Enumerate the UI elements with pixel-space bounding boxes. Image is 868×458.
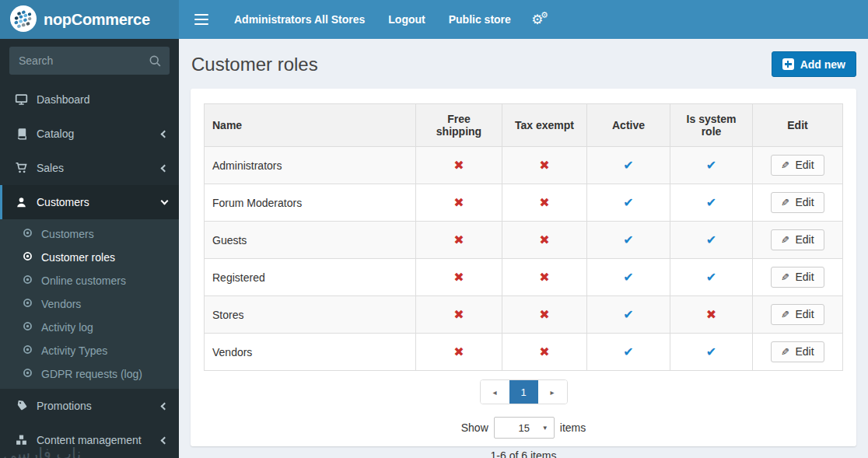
- submenu-item-gdpr-requests-log-[interactable]: GDPR requests (log): [0, 362, 179, 386]
- page-size-select[interactable]: 15 ▼: [494, 417, 555, 439]
- pencil-icon: ✎: [781, 309, 789, 320]
- brand-logo[interactable]: nopCommerce: [0, 0, 179, 39]
- check-icon: ✔: [623, 345, 633, 358]
- nav-link-logout[interactable]: Logout: [376, 0, 436, 39]
- edit-button-label: Edit: [795, 271, 814, 283]
- tax-exempt-cell: ✖: [502, 296, 587, 334]
- tax-exempt-cell: ✖: [502, 184, 587, 222]
- edit-button[interactable]: ✎Edit: [771, 267, 824, 288]
- dot-circle-icon: [23, 344, 33, 357]
- show-label: Show: [461, 421, 488, 434]
- cross-icon: ✖: [539, 196, 549, 209]
- sidebar-item-label: Sales: [37, 162, 154, 174]
- submenu-item-activity-log[interactable]: Activity log: [0, 316, 179, 339]
- check-icon: ✔: [623, 233, 633, 246]
- submenu-item-vendors[interactable]: Vendors: [0, 292, 179, 316]
- sidebar-item-promotions[interactable]: Promotions: [0, 389, 179, 423]
- edit-button[interactable]: ✎Edit: [771, 229, 824, 250]
- add-new-button[interactable]: Add new: [772, 51, 856, 77]
- check-icon: ✔: [623, 271, 633, 284]
- sidebar-item-dashboard[interactable]: Dashboard: [0, 82, 179, 117]
- edit-button-label: Edit: [795, 345, 814, 358]
- column-header-active: Active: [587, 104, 670, 147]
- check-icon: ✔: [706, 271, 716, 284]
- sidebar-item-content-management[interactable]: Content management: [0, 423, 179, 457]
- edit-button[interactable]: ✎Edit: [771, 341, 824, 362]
- promotions-icon: [14, 400, 29, 412]
- pager-current-page[interactable]: 1: [509, 380, 538, 404]
- active-cell: ✔: [587, 147, 670, 184]
- cross-icon: ✖: [539, 159, 549, 172]
- chevron-left-icon: [161, 402, 169, 410]
- main-content: Customer roles Add new NameFree shipping…: [179, 39, 868, 458]
- settings-gears-icon[interactable]: ⚙⚙: [524, 0, 551, 39]
- column-header-tax-exempt: Tax exempt: [502, 104, 587, 147]
- sidebar-item-customers[interactable]: Customers: [0, 185, 179, 219]
- check-icon: ✔: [706, 159, 716, 172]
- left-triangle-icon: ◂: [492, 388, 496, 397]
- submenu-item-label: Activity log: [41, 321, 93, 334]
- is-system-role-cell: ✔: [670, 259, 753, 296]
- customers-icon: [14, 197, 29, 208]
- sidebar-toggle-hamburger-icon[interactable]: [179, 0, 222, 39]
- edit-cell: ✎Edit: [753, 334, 843, 371]
- table-row: Vendors✖✖✔✔✎Edit: [205, 334, 843, 371]
- dot-circle-icon: [23, 274, 33, 287]
- cross-icon: ✖: [453, 159, 464, 172]
- edit-button-label: Edit: [795, 308, 814, 320]
- items-summary: 1-6 of 6 items: [491, 449, 557, 458]
- free-shipping-cell: ✖: [416, 147, 502, 184]
- nopcommerce-logo-icon: [10, 5, 37, 34]
- check-icon: ✔: [706, 345, 716, 358]
- submenu-item-label: Customer roles: [41, 251, 115, 264]
- pencil-icon: ✎: [781, 159, 789, 171]
- search-input[interactable]: [19, 54, 149, 67]
- active-cell: ✔: [587, 184, 670, 222]
- tax-exempt-cell: ✖: [502, 259, 587, 296]
- content-icon: [14, 434, 29, 446]
- column-header-is-system-role: Is system role: [670, 104, 753, 147]
- edit-button[interactable]: ✎Edit: [771, 304, 824, 325]
- submenu-item-online-customers[interactable]: Online customers: [0, 269, 179, 292]
- sidebar-item-catalog[interactable]: Catalog: [0, 117, 179, 151]
- edit-button[interactable]: ✎Edit: [771, 155, 824, 176]
- nav-link-public-store[interactable]: Public store: [437, 0, 523, 39]
- edit-button[interactable]: ✎Edit: [771, 192, 824, 213]
- submenu-item-customer-roles[interactable]: Customer roles: [0, 246, 179, 269]
- customers-submenu: CustomersCustomer rolesOnline customersV…: [0, 219, 179, 389]
- role-name-cell: Guests: [205, 222, 416, 259]
- sidebar-item-sales[interactable]: Sales: [0, 151, 179, 185]
- catalog-icon: [14, 128, 29, 140]
- submenu-item-label: GDPR requests (log): [41, 368, 142, 380]
- sidebar-item-label: Customers: [37, 196, 154, 208]
- sidebar-item-label: Catalog: [37, 128, 154, 140]
- sidebar-search-box: [9, 47, 170, 75]
- submenu-item-activity-types[interactable]: Activity Types: [0, 339, 179, 362]
- edit-button-label: Edit: [795, 233, 814, 246]
- brand-name: nopCommerce: [44, 11, 150, 29]
- content-header: Customer roles Add new: [179, 39, 868, 89]
- pencil-icon: ✎: [781, 271, 789, 283]
- dot-circle-icon: [23, 228, 33, 240]
- cross-icon: ✖: [453, 233, 464, 246]
- is-system-role-cell: ✔: [670, 222, 753, 259]
- tax-exempt-cell: ✖: [502, 147, 587, 184]
- pager-previous-button[interactable]: ◂: [481, 380, 509, 404]
- sidebar: DashboardCatalogSalesCustomersCustomersC…: [0, 39, 179, 458]
- check-icon: ✔: [623, 308, 633, 321]
- submenu-item-customers[interactable]: Customers: [0, 222, 179, 246]
- cross-icon: ✖: [453, 308, 464, 321]
- table-row: Forum Moderators✖✖✔✔✎Edit: [205, 184, 843, 222]
- check-icon: ✔: [623, 159, 633, 172]
- dot-circle-icon: [23, 368, 33, 380]
- table-header-row: NameFree shippingTax exemptActiveIs syst…: [205, 104, 843, 147]
- pager-next-button[interactable]: ▸: [538, 380, 567, 404]
- table-row: Administrators✖✖✔✔✎Edit: [205, 147, 843, 184]
- is-system-role-cell: ✔: [670, 184, 753, 222]
- cross-icon: ✖: [539, 308, 549, 321]
- nav-link-administrators-all-stores[interactable]: Administrators All Stores: [222, 0, 376, 39]
- column-header-name: Name: [205, 104, 416, 147]
- table-row: Registered✖✖✔✔✎Edit: [205, 259, 843, 296]
- cross-icon: ✖: [453, 345, 464, 358]
- top-header-bar: nopCommerce Administrators All StoresLog…: [0, 0, 868, 39]
